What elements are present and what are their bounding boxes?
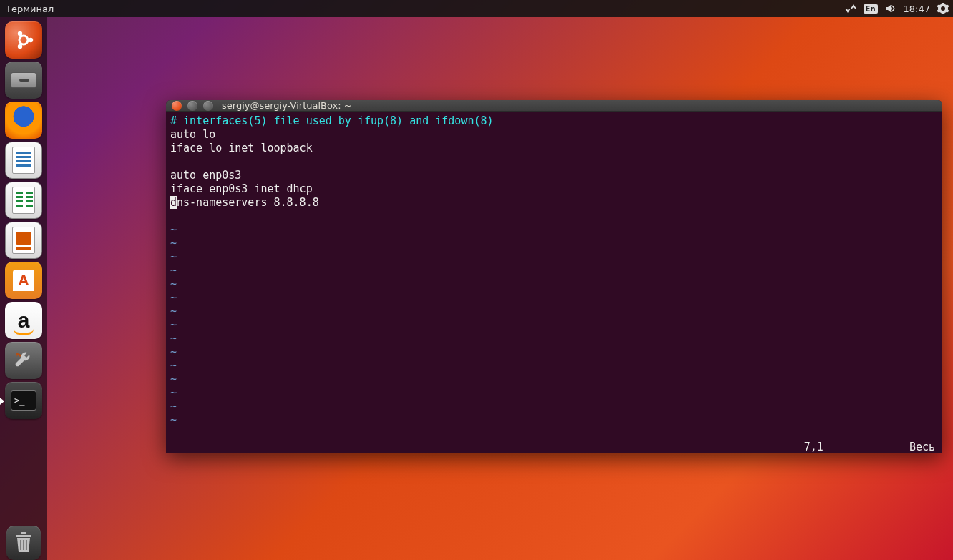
editor-line-comment: # interfaces(5) file used by ifup(8) and… — [170, 114, 494, 127]
wrench-icon — [11, 348, 36, 373]
sound-icon[interactable] — [885, 0, 896, 17]
svg-point-2 — [18, 31, 22, 36]
window-minimize-button[interactable] — [187, 101, 197, 111]
window-close-button[interactable] — [172, 101, 182, 111]
vim-tilde: ~ — [170, 373, 177, 385]
writer-icon — [12, 147, 35, 174]
software-icon — [13, 270, 34, 291]
vim-scroll-percent: Весь — [909, 441, 935, 453]
editor-line: iface enp0s3 inet dhcp — [170, 182, 313, 195]
editor-line: ns-nameservers 8.8.8.8 — [177, 196, 319, 209]
terminal-body[interactable]: # interfaces(5) file used by ifup(8) and… — [166, 112, 942, 453]
session-gear-icon[interactable] — [937, 0, 949, 17]
unity-launcher: a >_ — [0, 17, 47, 560]
launcher-calc[interactable] — [5, 182, 42, 219]
editor-line: iface lo inet loopback — [170, 142, 313, 154]
launcher-software[interactable] — [5, 262, 42, 299]
vim-tilde: ~ — [170, 237, 177, 250]
vim-tilde: ~ — [170, 264, 177, 277]
clock[interactable]: 18:47 — [904, 0, 930, 17]
editor-cursor: d — [170, 196, 177, 209]
terminal-icon: >_ — [11, 390, 36, 411]
editor-line: auto lo — [170, 128, 215, 141]
trash-icon — [13, 531, 34, 555]
system-indicators: En 18:47 — [845, 0, 949, 17]
vim-tilde: ~ — [170, 277, 177, 290]
launcher-dash[interactable] — [5, 21, 42, 59]
vim-tilde: ~ — [170, 223, 177, 236]
vim-tilde: ~ — [170, 345, 177, 358]
language-indicator[interactable]: En — [864, 0, 878, 17]
launcher-trash[interactable] — [6, 526, 41, 560]
amazon-smile-icon — [14, 329, 34, 335]
vim-tilde: ~ — [170, 318, 177, 331]
svg-point-3 — [18, 44, 22, 49]
network-icon[interactable] — [845, 0, 856, 17]
running-pip-icon — [0, 398, 4, 405]
svg-point-0 — [19, 36, 28, 44]
vim-tilde: ~ — [170, 413, 177, 426]
window-maximize-button[interactable] — [203, 101, 213, 111]
terminal-window: sergiy@sergiy-VirtualBox: ~ # interfaces… — [166, 100, 942, 453]
language-label: En — [864, 4, 878, 14]
drawer-icon — [11, 72, 36, 88]
calc-icon — [12, 187, 35, 214]
window-titlebar[interactable]: sergiy@sergiy-VirtualBox: ~ — [166, 100, 942, 112]
vim-tilde: ~ — [170, 305, 177, 318]
vim-tilde: ~ — [170, 359, 177, 372]
vim-tilde: ~ — [170, 400, 177, 413]
impress-icon — [12, 227, 35, 254]
launcher-writer[interactable] — [5, 142, 42, 179]
launcher-impress[interactable] — [5, 222, 42, 259]
window-title: sergiy@sergiy-VirtualBox: ~ — [222, 100, 352, 111]
svg-point-1 — [29, 38, 33, 42]
launcher-firefox[interactable] — [5, 102, 42, 139]
launcher-settings[interactable] — [5, 342, 42, 379]
vim-cursor-position: 7,1 — [804, 441, 824, 453]
vim-tilde: ~ — [170, 332, 177, 345]
vim-tilde: ~ — [170, 250, 177, 263]
vim-tilde: ~ — [170, 386, 177, 399]
vim-status-line: 7,1 Весь — [173, 441, 935, 453]
editor-line: auto enp0s3 — [170, 169, 241, 182]
vim-tilde: ~ — [170, 291, 177, 304]
launcher-amazon[interactable]: a — [5, 302, 42, 339]
launcher-files[interactable] — [5, 62, 42, 99]
launcher-terminal[interactable]: >_ — [5, 382, 42, 419]
active-app-title: Терминал — [6, 4, 54, 14]
top-panel: Терминал En 18:47 — [0, 0, 953, 17]
